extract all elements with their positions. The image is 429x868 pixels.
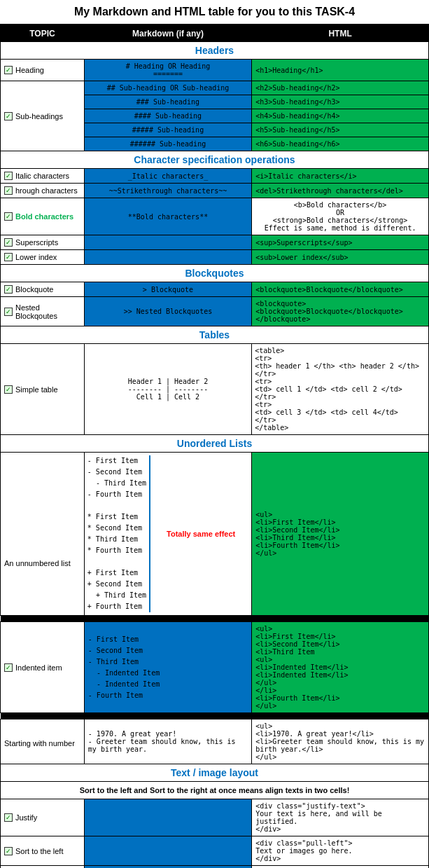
italic-markdown: _Italic characters_ [84, 169, 251, 184]
table-row: ✓ Superscripts <sup>Superscripts</sup> [1, 235, 429, 250]
table-row [1, 616, 429, 622]
subheading-h3-markdown: ### Sub-heading [84, 95, 251, 109]
sortright-markdown [84, 866, 251, 869]
indented-label: Indented item [15, 663, 62, 672]
table-row: ✓ Heading # Heading OR Heading ======= <… [1, 60, 429, 81]
table-row: ✓ Nested Blockqoutes >> Nested Blockquot… [1, 297, 429, 326]
justify-markdown [84, 799, 251, 836]
lowerindex-checkbox[interactable]: ✓ [4, 253, 13, 261]
heading-checkbox[interactable]: ✓ [4, 66, 13, 74]
heading-markdown: # Heading OR Heading ======= [84, 60, 251, 81]
heading-label: Heading [15, 66, 44, 74]
blockquote-markdown: > Blockquote [84, 282, 251, 297]
text-layout-subheader: Sort to the left and Sort to the right a… [1, 782, 429, 799]
superscripts-checkbox[interactable]: ✓ [4, 238, 13, 247]
startnum-html: <ul> <li>1970. A great year!</li> <li>Gr… [252, 719, 429, 764]
italic-checkbox[interactable]: ✓ [4, 172, 13, 180]
col-markdown-header: Markdown (if any) [84, 26, 251, 42]
lowerindex-markdown [84, 250, 251, 265]
section-headers: Headers [1, 42, 429, 60]
lowerindex-label: Lower index [15, 253, 57, 261]
lowerindex-html: <sub>Lower index</sub> [252, 250, 429, 265]
blockquote-topic: ✓ Blockquote [1, 282, 85, 297]
nested-blockquote-topic: ✓ Nested Blockqoutes [1, 297, 85, 326]
totally-same-text: Totally same effect [167, 530, 235, 538]
nested-blockquote-html: <blockquote><blockquote>Blockquote</bloc… [252, 297, 429, 326]
sortright-html: <div class="pull-right"> Text or images … [252, 866, 429, 869]
subheading-h5-html: <h5>Sub-heading</h5> [252, 123, 429, 137]
page-title: My Markdown and HTML table for you to th… [0, 0, 429, 25]
italic-label: Italic characters [15, 172, 69, 180]
table-row: ✓ Justify <div class="justify-text"> You… [1, 799, 429, 836]
italic-html: <i>Italic characters</i> [252, 169, 429, 184]
subheadings-topic: ✓ Sub-headings [1, 81, 85, 151]
blockquote-checkbox[interactable]: ✓ [4, 285, 13, 294]
table-row: ✓ Sort to the right <div class="pull-rig… [1, 866, 429, 869]
startnum-label: Starting with number [4, 739, 75, 748]
subheading-h2-html: <h2>Sub-heading</h2> [252, 81, 429, 95]
indented-checkbox[interactable]: ✓ [4, 663, 13, 672]
bold-html: <b>Bold characters</b> OR <strong>Bold c… [252, 198, 429, 235]
indented-topic: ✓ Indented item [1, 622, 85, 713]
strikethrough-label: hrough characters [15, 186, 78, 195]
justify-checkbox[interactable]: ✓ [4, 813, 13, 822]
sortleft-markdown [84, 836, 251, 866]
table-row: ✓ Sort to the left <div class="pull-left… [1, 836, 429, 866]
table-row: ✓ Simple table Header 1 | Header 2 -----… [1, 344, 429, 435]
strikethrough-topic: ✓ hrough characters [1, 184, 85, 198]
indented-html: <ul> <li>First Item</li> <li>Second Item… [252, 622, 429, 713]
bold-label: Bold characters [15, 212, 73, 221]
simple-table-topic: ✓ Simple table [1, 344, 85, 435]
subheadings-checkbox[interactable]: ✓ [4, 112, 13, 120]
sortleft-label: Sort to the left [15, 847, 63, 855]
strikethrough-checkbox[interactable]: ✓ [4, 186, 13, 195]
blockquote-html: <blockquote>Blockquote</blockquote> [252, 282, 429, 297]
table-row: ✓ Italic characters _Italic characters_ … [1, 169, 429, 184]
unordered-list-label: An unnumbered list [4, 559, 71, 567]
subheading-h3-html: <h3>Sub-heading</h3> [252, 95, 429, 109]
nested-blockquote-checkbox[interactable]: ✓ [4, 308, 13, 316]
superscripts-html: <sup>Superscripts</sup> [252, 235, 429, 250]
section-unordered: Unordered Lists [1, 435, 429, 453]
italic-topic: ✓ Italic characters [1, 169, 85, 184]
nested-blockquote-markdown: >> Nested Blockquotes [84, 297, 251, 326]
justify-topic: ✓ Justify [1, 799, 85, 836]
table-row: ✓ Sub-headings ## Sub-heading OR Sub-hea… [1, 81, 429, 95]
strikethrough-markdown: ~~Strikethrough characters~~ [84, 184, 251, 198]
superscripts-topic: ✓ Superscripts [1, 235, 85, 250]
section-blockquotes: Blockquotes [1, 265, 429, 282]
bold-checkbox[interactable]: ✓ [4, 212, 13, 221]
bold-topic: ✓ Bold characters [1, 198, 85, 235]
simple-table-markdown: Header 1 | Header 2 -------- | -------- … [84, 344, 251, 435]
unordered-list-html: <ul> <li>First Item</li> <li>Second Item… [252, 453, 429, 616]
justify-label: Justify [15, 813, 37, 822]
table-row: Starting with number - 1970. A great yea… [1, 719, 429, 764]
blockquote-label: Blockquote [15, 285, 53, 294]
simple-table-html: <table> <tr> <th> header 1 </th> <th> he… [252, 344, 429, 435]
table-row: ✓ Bold characters **Bold characters** <b… [1, 198, 429, 235]
subheadings-label: Sub-headings [15, 112, 63, 120]
col-topic-header: TOPIC [1, 26, 85, 42]
nested-blockquote-label: Nested Blockqoutes [15, 303, 80, 320]
bold-markdown: **Bold characters** [84, 198, 251, 235]
heading-topic: ✓ Heading [1, 60, 85, 81]
sortright-topic: ✓ Sort to the right [1, 866, 85, 869]
justify-html: <div class="justify-text"> Your text is … [252, 799, 429, 836]
subheading-h4-markdown: #### Sub-heading [84, 109, 251, 123]
subheading-h6-html: <h6>Sub-heading</h6> [252, 137, 429, 151]
unordered-list-topic: An unnumbered list [1, 453, 85, 616]
table-row: ✓ Blockquote > Blockquote <blockquote>Bl… [1, 282, 429, 297]
table-row [1, 713, 429, 719]
heading-html: <h1>Heading</h1> [252, 60, 429, 81]
lowerindex-topic: ✓ Lower index [1, 250, 85, 265]
section-textlayout: Text / image layout [1, 764, 429, 782]
startnum-topic: Starting with number [1, 719, 85, 764]
section-tables: Tables [1, 326, 429, 344]
table-row: ✓ Lower index <sub>Lower index</sub> [1, 250, 429, 265]
subheading-h6-markdown: ###### Sub-heading [84, 137, 251, 151]
sortleft-checkbox[interactable]: ✓ [4, 847, 13, 855]
simple-table-checkbox[interactable]: ✓ [4, 385, 13, 394]
unordered-list-markdown: - First Item - Second Item - Third Item … [84, 453, 251, 616]
subheading-h4-html: <h4>Sub-heading</h4> [252, 109, 429, 123]
table-row: An unnumbered list - First Item - Second… [1, 453, 429, 616]
